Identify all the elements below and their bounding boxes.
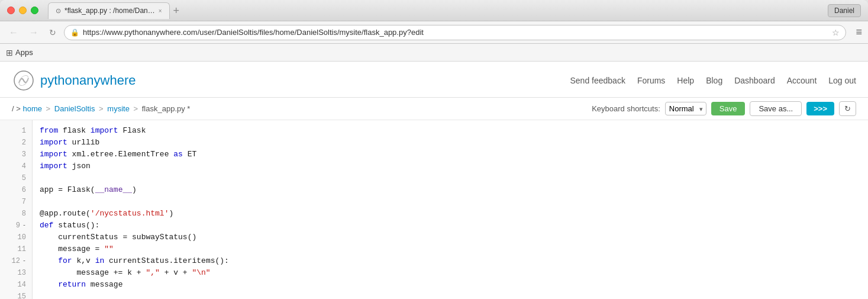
code-editor[interactable]: 1 2 3 4 5 6 7 8 9- 10 11 12- 13 14 15 fr… (0, 120, 868, 299)
title-bar: ⊙ *flask_app.py : /home/Dan… × + Daniel (0, 0, 868, 21)
user-button[interactable]: Daniel (828, 4, 861, 17)
maximize-button[interactable] (31, 7, 38, 14)
lock-icon: 🔒 (70, 28, 79, 37)
breadcrumb-sep2: > (99, 104, 104, 113)
back-button[interactable]: ← (6, 26, 21, 39)
nav-blog[interactable]: Blog (706, 76, 722, 85)
editor-toolbar: Keyboard shortcuts: Normal Vim Emacs Sav… (592, 101, 856, 116)
code-line-7 (40, 196, 861, 208)
breadcrumb-slash: / > (12, 104, 21, 113)
nav-send-feedback[interactable]: Send feedback (570, 76, 625, 85)
code-line-2: import urllib (40, 137, 861, 149)
address-bar: ← → ↻ 🔒 https://www.pythonanywhere.com/u… (0, 21, 868, 44)
line-num-10: 10 (0, 232, 32, 243)
breadcrumb-user[interactable]: DanielSoltis (54, 104, 95, 113)
logo-text-plain: python (40, 73, 79, 88)
refresh-button[interactable]: ↻ (839, 101, 856, 116)
nav-help[interactable]: Help (677, 76, 694, 85)
line-num-11: 11 (0, 243, 32, 255)
save-button[interactable]: Save (711, 102, 746, 115)
breadcrumb-sep1: > (46, 104, 51, 113)
url-bar[interactable]: 🔒 https://www.pythonanywhere.com/user/Da… (64, 25, 846, 40)
breadcrumb-file: flask_app.py * (142, 104, 191, 113)
logo-text: pythonanywhere (40, 73, 135, 88)
line-num-4: 4 (0, 160, 32, 172)
browser-window: ⊙ *flask_app.py : /home/Dan… × + Daniel … (0, 0, 868, 299)
bookmark-icon[interactable]: ☆ (832, 28, 840, 37)
line-num-6: 6 (0, 184, 32, 196)
tab-favicon: ⊙ (56, 7, 61, 15)
close-button[interactable] (7, 7, 15, 14)
nav-dashboard[interactable]: Dashboard (734, 76, 775, 85)
apps-label[interactable]: Apps (15, 48, 33, 57)
site-header: pythonanywhere Send feedback Forums Help… (0, 62, 868, 98)
keyboard-mode-wrapper[interactable]: Normal Vim Emacs (665, 102, 706, 115)
code-line-10: currentStatus = subwayStatus() (40, 232, 861, 243)
breadcrumb-bar: / > home > DanielSoltis > mysite > flask… (0, 98, 868, 120)
active-tab[interactable]: ⊙ *flask_app.py : /home/Dan… × (48, 2, 170, 19)
apps-grid-icon[interactable]: ⊞ (6, 48, 13, 57)
code-line-14: return message (40, 279, 861, 291)
line-num-15: 15 (0, 291, 32, 299)
line-num-1: 1 (0, 125, 32, 137)
new-tab-button[interactable]: + (173, 5, 180, 16)
minimize-button[interactable] (19, 7, 27, 14)
forward-button[interactable]: → (26, 26, 41, 39)
line-numbers: 1 2 3 4 5 6 7 8 9- 10 11 12- 13 14 15 (0, 120, 33, 299)
keyboard-mode-select[interactable]: Normal Vim Emacs (665, 102, 706, 115)
nav-account[interactable]: Account (787, 76, 817, 85)
nav-forums[interactable]: Forums (637, 76, 665, 85)
save-as-button[interactable]: Save as... (750, 101, 802, 116)
traffic-lights (7, 7, 38, 14)
nav-logout[interactable]: Log out (828, 76, 856, 85)
code-line-3: import xml.etree.ElementTree as ET (40, 149, 861, 160)
breadcrumb-folder[interactable]: mysite (107, 104, 130, 113)
code-content[interactable]: from flask import Flask import urllib im… (33, 120, 868, 299)
line-num-12: 12- (0, 255, 32, 267)
code-line-6: app = Flask(__name__) (40, 184, 861, 196)
line-num-3: 3 (0, 149, 32, 160)
code-line-13: message += k + "," + v + "\n" (40, 267, 861, 279)
code-line-12: for k,v in currentStatus.iteritems(): (40, 255, 861, 267)
tab-close-icon[interactable]: × (159, 8, 162, 14)
code-line-15 (40, 291, 861, 299)
logo-text-colored: anywhere (79, 73, 135, 88)
line-num-2: 2 (0, 137, 32, 149)
logo: pythonanywhere (12, 69, 135, 92)
code-line-11: message = "" (40, 243, 861, 255)
browser-menu-button[interactable]: ≡ (856, 26, 862, 38)
main-nav: Send feedback Forums Help Blog Dashboard… (570, 76, 857, 85)
line-num-5: 5 (0, 172, 32, 184)
tab-bar: ⊙ *flask_app.py : /home/Dan… × + (48, 2, 823, 19)
logo-icon (12, 69, 36, 92)
url-text: https://www.pythonanywhere.com/user/Dani… (83, 28, 828, 37)
breadcrumb: / > home > DanielSoltis > mysite > flask… (12, 104, 190, 113)
line-num-14: 14 (0, 279, 32, 291)
line-num-7: 7 (0, 196, 32, 208)
line-num-13: 13 (0, 267, 32, 279)
code-line-5 (40, 172, 861, 184)
keyboard-shortcuts-label: Keyboard shortcuts: (592, 104, 660, 113)
reload-button[interactable]: ↻ (46, 27, 59, 38)
line-num-8: 8 (0, 208, 32, 220)
tab-label: *flask_app.py : /home/Dan… (64, 7, 155, 15)
code-line-9: def status(): (40, 220, 861, 232)
page-content: pythonanywhere Send feedback Forums Help… (0, 62, 868, 299)
code-line-4: import json (40, 160, 861, 172)
apps-bar: ⊞ Apps (0, 44, 868, 62)
code-line-8: @app.route('/nycstatus.html') (40, 208, 861, 220)
line-num-9: 9- (0, 220, 32, 232)
code-line-1: from flask import Flask (40, 125, 861, 137)
breadcrumb-sep3: > (134, 104, 138, 113)
run-button[interactable]: >>> (806, 102, 834, 115)
breadcrumb-home[interactable]: home (22, 104, 42, 113)
